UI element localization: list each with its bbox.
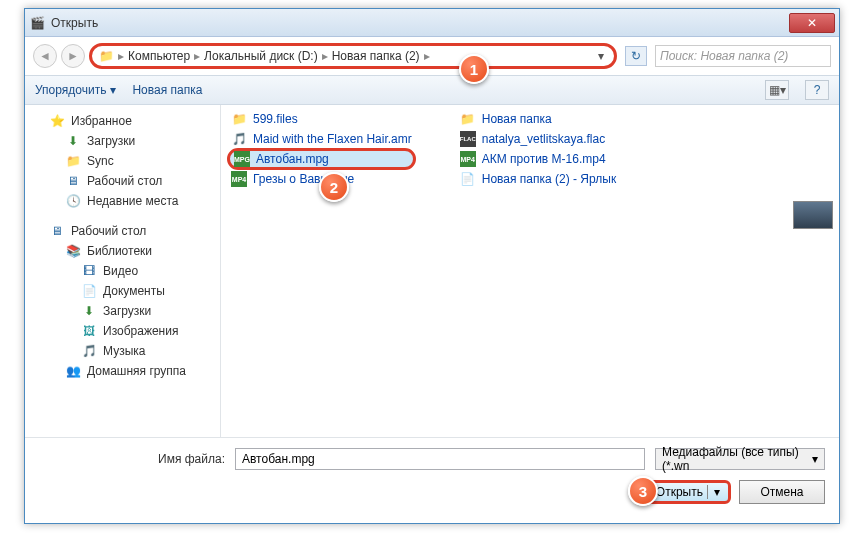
chevron-right-icon: ▸ bbox=[116, 49, 126, 63]
folder-icon: 📁 bbox=[98, 48, 114, 64]
new-folder-button[interactable]: Новая папка bbox=[132, 83, 202, 97]
file-item[interactable]: 📄Новая папка (2) - Ярлык bbox=[456, 169, 620, 189]
forward-button[interactable]: ► bbox=[61, 44, 85, 68]
mp4-icon: MP4 bbox=[460, 151, 476, 167]
split-arrow-icon: ▾ bbox=[707, 485, 720, 499]
crumb-computer[interactable]: Компьютер bbox=[128, 49, 190, 63]
sidebar-libraries[interactable]: 📚Библиотеки bbox=[27, 241, 218, 261]
chevron-right-icon: ▸ bbox=[192, 49, 202, 63]
close-button[interactable]: ✕ bbox=[789, 13, 835, 33]
organize-menu[interactable]: Упорядочить ▾ bbox=[35, 83, 116, 97]
chevron-down-icon: ▾ bbox=[110, 83, 116, 97]
sidebar-item-recent[interactable]: 🕓Недавние места bbox=[27, 191, 218, 211]
homegroup-icon: 👥 bbox=[65, 363, 81, 379]
annotation-marker-2: 2 bbox=[319, 172, 349, 202]
mp4-icon: MP4 bbox=[231, 171, 247, 187]
file-item[interactable]: 📁Новая папка bbox=[456, 109, 620, 129]
audio-icon: 🎵 bbox=[231, 131, 247, 147]
open-file-dialog: 🎬 Открыть ✕ ◄ ► 📁 ▸ Компьютер ▸ Локальны… bbox=[24, 8, 840, 524]
sidebar-item-pictures[interactable]: 🖼Изображения bbox=[27, 321, 218, 341]
sidebar-item-documents[interactable]: 📄Документы bbox=[27, 281, 218, 301]
crumb-folder[interactable]: Новая папка (2) bbox=[332, 49, 420, 63]
annotation-marker-1: 1 bbox=[459, 54, 489, 84]
refresh-button[interactable]: ↻ bbox=[625, 46, 647, 66]
sidebar-item-video[interactable]: 🎞Видео bbox=[27, 261, 218, 281]
video-icon: 🎞 bbox=[81, 263, 97, 279]
flac-icon: FLAC bbox=[460, 131, 476, 147]
sidebar-homegroup[interactable]: 👥Домашняя группа bbox=[27, 361, 218, 381]
sidebar-item-downloads2[interactable]: ⬇Загрузки bbox=[27, 301, 218, 321]
sidebar-item-desktop[interactable]: 🖥Рабочий стол bbox=[27, 171, 218, 191]
downloads-icon: ⬇ bbox=[81, 303, 97, 319]
file-item[interactable]: MP4АКМ против М-16.mp4 bbox=[456, 149, 620, 169]
annotation-marker-3: 3 bbox=[628, 476, 658, 506]
sidebar-item-downloads[interactable]: ⬇Загрузки bbox=[27, 131, 218, 151]
sidebar-favorites[interactable]: ⭐Избранное bbox=[27, 111, 218, 131]
desktop-icon: 🖥 bbox=[65, 173, 81, 189]
sidebar-item-music[interactable]: 🎵Музыка bbox=[27, 341, 218, 361]
mpg-icon: MPG bbox=[234, 151, 250, 167]
file-item[interactable]: FLACnatalya_vetlitskaya.flac bbox=[456, 129, 620, 149]
libraries-icon: 📚 bbox=[65, 243, 81, 259]
breadcrumb[interactable]: 📁 ▸ Компьютер ▸ Локальный диск (D:) ▸ Но… bbox=[98, 48, 594, 64]
search-input[interactable]: Поиск: Новая папка (2) bbox=[655, 45, 831, 67]
sync-icon: 📁 bbox=[65, 153, 81, 169]
filename-label: Имя файла: bbox=[39, 452, 225, 466]
file-list[interactable]: 📁599.files 🎵Maid with the Flaxen Hair.am… bbox=[221, 105, 839, 437]
downloads-icon: ⬇ bbox=[65, 133, 81, 149]
address-bar[interactable]: 📁 ▸ Компьютер ▸ Локальный диск (D:) ▸ Но… bbox=[89, 43, 617, 69]
music-icon: 🎵 bbox=[81, 343, 97, 359]
app-icon: 🎬 bbox=[29, 15, 45, 31]
folder-icon: 📁 bbox=[460, 111, 476, 127]
shortcut-icon: 📄 bbox=[460, 171, 476, 187]
star-icon: ⭐ bbox=[49, 113, 65, 129]
dialog-body: ⭐Избранное ⬇Загрузки 📁Sync 🖥Рабочий стол… bbox=[25, 105, 839, 437]
folder-icon: 📁 bbox=[231, 111, 247, 127]
filename-input[interactable] bbox=[235, 448, 645, 470]
nav-bar: ◄ ► 📁 ▸ Компьютер ▸ Локальный диск (D:) … bbox=[25, 37, 839, 75]
window-title: Открыть bbox=[51, 16, 789, 30]
view-options-button[interactable]: ▦▾ bbox=[765, 80, 789, 100]
pictures-icon: 🖼 bbox=[81, 323, 97, 339]
filetype-filter[interactable]: Медиафайлы (все типы) (*.wn ▾ bbox=[655, 448, 825, 470]
search-placeholder: Поиск: Новая папка (2) bbox=[660, 49, 788, 63]
navigation-pane[interactable]: ⭐Избранное ⬇Загрузки 📁Sync 🖥Рабочий стол… bbox=[25, 105, 221, 437]
sidebar-item-sync[interactable]: 📁Sync bbox=[27, 151, 218, 171]
crumb-disk[interactable]: Локальный диск (D:) bbox=[204, 49, 318, 63]
bottom-bar: Имя файла: Медиафайлы (все типы) (*.wn ▾… bbox=[25, 437, 839, 514]
file-item[interactable]: 📁599.files bbox=[227, 109, 416, 129]
document-icon: 📄 bbox=[81, 283, 97, 299]
help-button[interactable]: ? bbox=[805, 80, 829, 100]
chevron-right-icon: ▸ bbox=[422, 49, 432, 63]
titlebar[interactable]: 🎬 Открыть ✕ bbox=[25, 9, 839, 37]
chevron-down-icon: ▾ bbox=[812, 452, 818, 466]
back-button[interactable]: ◄ bbox=[33, 44, 57, 68]
file-item[interactable]: 🎵Maid with the Flaxen Hair.amr bbox=[227, 129, 416, 149]
file-item-selected[interactable]: MPGАвтобан.mpg bbox=[227, 148, 416, 170]
address-dropdown[interactable]: ▾ bbox=[594, 49, 608, 63]
preview-thumbnail bbox=[793, 201, 833, 229]
chevron-right-icon: ▸ bbox=[320, 49, 330, 63]
cancel-button[interactable]: Отмена bbox=[739, 480, 825, 504]
recent-icon: 🕓 bbox=[65, 193, 81, 209]
desktop-icon: 🖥 bbox=[49, 223, 65, 239]
sidebar-desktop[interactable]: 🖥Рабочий стол bbox=[27, 221, 218, 241]
toolbar: Упорядочить ▾ Новая папка ▦▾ ? bbox=[25, 75, 839, 105]
